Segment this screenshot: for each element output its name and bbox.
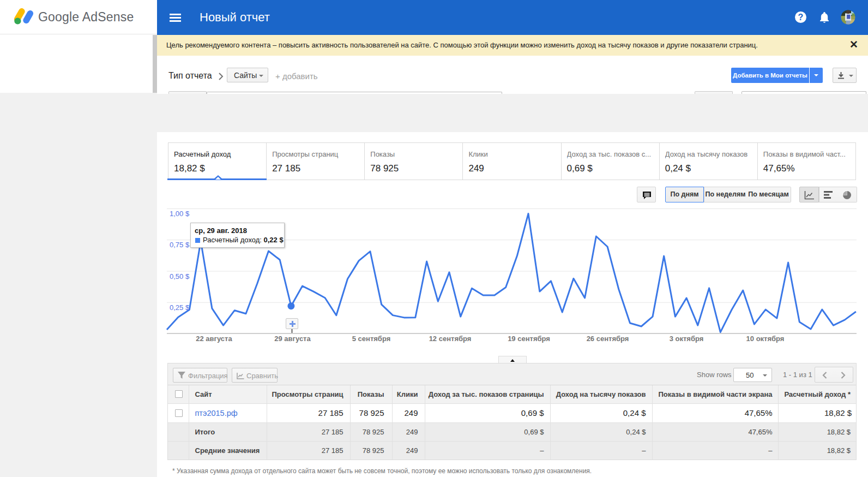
svg-text:22 августа: 22 августа — [196, 335, 232, 343]
svg-text:26 сентября: 26 сентября — [587, 335, 629, 343]
svg-text:3 октября: 3 октября — [670, 335, 704, 343]
svg-text:5 сентября: 5 сентября — [352, 335, 391, 343]
svg-text:0,25 $: 0,25 $ — [170, 303, 190, 312]
svg-text:10 октября: 10 октября — [746, 335, 785, 343]
svg-text:12 сентября: 12 сентября — [429, 335, 472, 343]
svg-text:19 сентября: 19 сентября — [508, 335, 550, 343]
svg-text:0,75 $: 0,75 $ — [170, 241, 190, 249]
svg-text:0,50 $: 0,50 $ — [170, 272, 190, 281]
svg-text:29 августа: 29 августа — [274, 335, 311, 343]
svg-text:1,00 $: 1,00 $ — [170, 210, 190, 218]
